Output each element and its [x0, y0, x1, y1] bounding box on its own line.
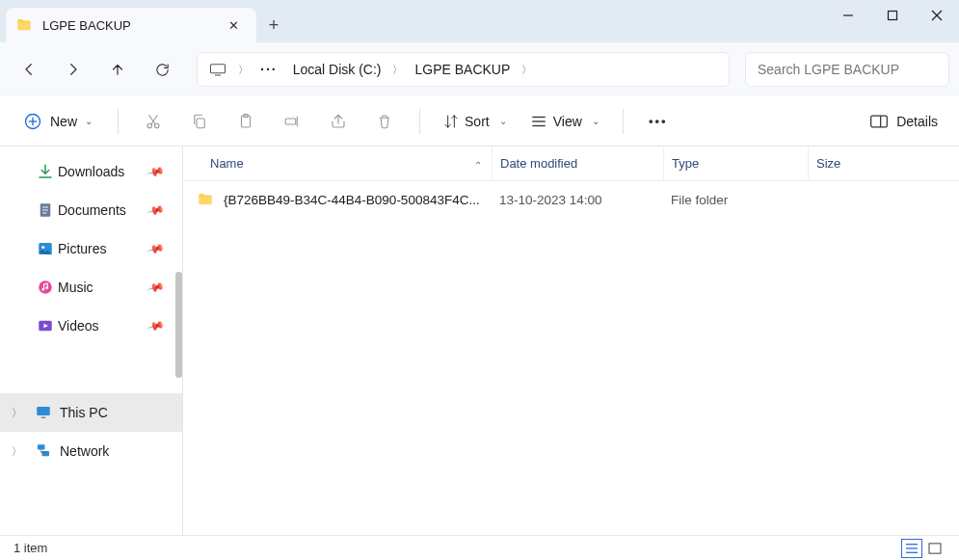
breadcrumb-overflow[interactable]: ···	[254, 58, 283, 81]
file-type: File folder	[663, 193, 808, 207]
svg-rect-11	[197, 119, 204, 128]
sidebar-item-label: Videos	[58, 318, 99, 333]
window-tab[interactable]: LGPE BACKUP ✕	[6, 8, 256, 42]
breadcrumb-root-icon[interactable]	[203, 59, 232, 80]
document-icon	[37, 201, 54, 219]
sidebar-item-downloads[interactable]: Downloads 📌	[0, 152, 182, 191]
file-row[interactable]: {B726BB49-B34C-44B4-B090-500843F4C... 13…	[183, 181, 959, 218]
sidebar-item-music[interactable]: Music 📌	[0, 268, 182, 307]
status-bar: 1 item	[0, 535, 959, 560]
svg-point-28	[41, 288, 44, 291]
chevron-right-icon[interactable]: 〉	[519, 63, 534, 77]
network-icon	[35, 442, 52, 460]
new-button[interactable]: New ⌄	[13, 106, 102, 137]
delete-button[interactable]	[365, 102, 404, 141]
sidebar-item-label: Music	[58, 280, 93, 295]
sidebar-item-this-pc[interactable]: 〉 This PC	[0, 393, 182, 432]
main: Downloads 📌 Documents 📌 Pictures 📌 Music…	[0, 147, 959, 535]
chevron-down-icon: ⌄	[85, 116, 93, 126]
folder-icon	[15, 16, 33, 34]
view-icon	[530, 114, 547, 129]
file-name: {B726BB49-B34C-44B4-B090-500843F4C...	[224, 193, 480, 207]
maximize-button[interactable]	[870, 0, 915, 31]
item-count: 1 item	[13, 541, 47, 555]
separator	[623, 109, 624, 134]
file-date: 13-10-2023 14:00	[492, 193, 663, 207]
view-button[interactable]: View ⌄	[522, 108, 607, 135]
details-pane-icon	[869, 114, 889, 129]
column-headers: Name ⌃ Date modified Type Size	[183, 147, 959, 181]
pin-icon: 📌	[147, 200, 166, 220]
more-button[interactable]: •••	[639, 102, 678, 141]
forward-button[interactable]	[54, 50, 93, 89]
details-pane-button[interactable]: Details	[862, 108, 946, 135]
svg-point-29	[45, 286, 48, 289]
window-controls	[826, 0, 959, 42]
address-bar[interactable]: 〉 ··· Local Disk (C:) 〉 LGPE BACKUP 〉	[197, 52, 730, 87]
svg-rect-31	[37, 407, 50, 415]
svg-rect-38	[929, 543, 941, 552]
folder-icon	[197, 191, 214, 208]
breadcrumb-segment-1[interactable]: LGPE BACKUP	[409, 58, 516, 81]
chevron-down-icon: ⌄	[592, 116, 599, 126]
sidebar: Downloads 📌 Documents 📌 Pictures 📌 Music…	[0, 147, 183, 535]
sidebar-item-network[interactable]: 〉 Network	[0, 432, 182, 470]
paste-button[interactable]	[226, 102, 265, 141]
column-size[interactable]: Size	[808, 147, 959, 180]
plus-circle-icon	[23, 112, 42, 131]
chevron-right-icon[interactable]: 〉	[236, 63, 251, 77]
thumbnails-view-toggle[interactable]	[924, 539, 946, 558]
minimize-button[interactable]	[826, 0, 870, 31]
up-button[interactable]	[98, 50, 137, 89]
search-placeholder: Search LGPE BACKUP	[758, 62, 899, 77]
rename-button[interactable]	[273, 102, 311, 141]
close-button[interactable]	[915, 0, 959, 31]
sidebar-item-label: Documents	[58, 202, 126, 218]
view-label: View	[553, 114, 582, 129]
tab-close-button[interactable]: ✕	[220, 18, 247, 33]
music-icon	[37, 279, 54, 296]
refresh-button[interactable]	[143, 50, 181, 89]
new-tab-button[interactable]: +	[256, 8, 291, 42]
svg-rect-34	[42, 451, 50, 456]
share-button[interactable]	[319, 102, 358, 141]
column-name[interactable]: Name ⌃	[183, 156, 492, 171]
svg-rect-4	[211, 65, 226, 73]
back-button[interactable]	[10, 50, 48, 89]
sort-indicator-icon: ⌃	[474, 160, 482, 171]
svg-rect-14	[285, 119, 296, 124]
svg-point-26	[41, 246, 44, 249]
navbar: 〉 ··· Local Disk (C:) 〉 LGPE BACKUP 〉 Se…	[0, 42, 959, 96]
download-icon	[37, 163, 54, 180]
pin-icon: 📌	[147, 316, 166, 335]
breadcrumb-segment-0[interactable]: Local Disk (C:)	[287, 58, 387, 81]
pc-icon	[35, 404, 52, 421]
separator	[419, 109, 420, 134]
cut-button[interactable]	[134, 102, 173, 141]
column-date[interactable]: Date modified	[492, 147, 663, 180]
details-label: Details	[896, 114, 938, 129]
pictures-icon	[37, 240, 54, 257]
separator	[118, 109, 119, 134]
svg-rect-33	[38, 444, 45, 449]
pin-icon: 📌	[147, 278, 166, 297]
new-label: New	[50, 114, 77, 129]
svg-rect-19	[871, 116, 888, 127]
tab-title: LGPE BACKUP	[42, 18, 220, 33]
chevron-right-icon[interactable]: 〉	[390, 63, 405, 77]
sidebar-item-pictures[interactable]: Pictures 📌	[0, 229, 182, 268]
sort-icon	[443, 114, 459, 129]
chevron-right-icon[interactable]: 〉	[12, 406, 22, 420]
sidebar-item-documents[interactable]: Documents 📌	[0, 191, 182, 229]
search-input[interactable]: Search LGPE BACKUP	[745, 52, 949, 87]
details-view-toggle[interactable]	[901, 539, 922, 558]
svg-rect-32	[41, 417, 46, 419]
scrollbar-thumb[interactable]	[175, 272, 182, 378]
copy-button[interactable]	[180, 102, 219, 141]
file-pane: Name ⌃ Date modified Type Size {B726BB49…	[183, 147, 959, 535]
sidebar-item-label: This PC	[60, 405, 108, 420]
chevron-right-icon[interactable]: 〉	[12, 444, 22, 459]
column-type[interactable]: Type	[663, 147, 808, 180]
sort-button[interactable]: Sort ⌄	[436, 108, 515, 135]
sidebar-item-videos[interactable]: Videos 📌	[0, 307, 182, 345]
